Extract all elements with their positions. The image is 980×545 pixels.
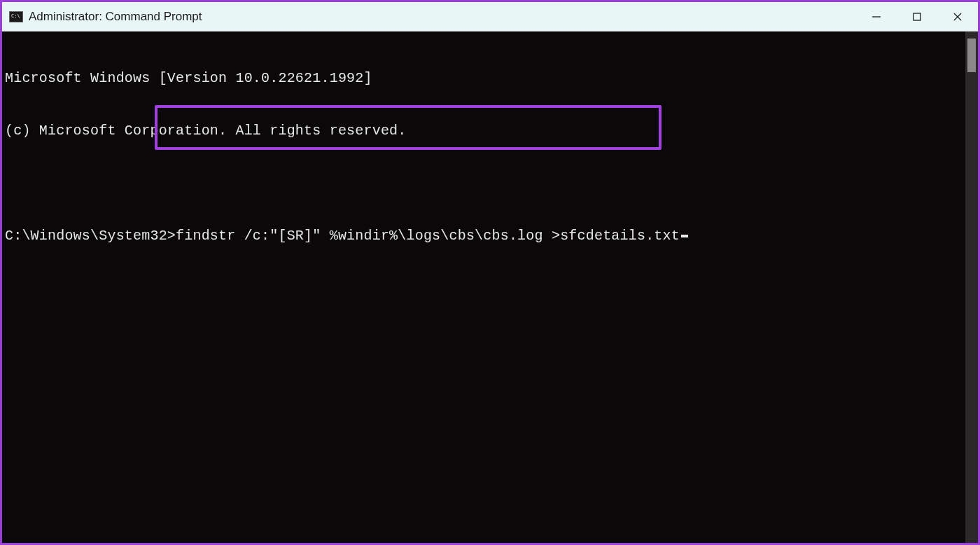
- titlebar[interactable]: Administrator: Command Prompt: [2, 2, 978, 32]
- cursor-icon: [681, 235, 688, 237]
- minimize-button[interactable]: [856, 2, 897, 31]
- prompt-text: C:\Windows\System32>: [5, 227, 176, 244]
- output-line: (c) Microsoft Corporation. All rights re…: [5, 122, 965, 139]
- blank-line: [5, 174, 965, 192]
- maximize-button[interactable]: [897, 2, 937, 31]
- window-title: Administrator: Command Prompt: [29, 10, 856, 24]
- scrollbar-thumb[interactable]: [967, 39, 976, 72]
- window-controls: [856, 2, 978, 31]
- output-line: Microsoft Windows [Version 10.0.22621.19…: [5, 69, 965, 87]
- svg-rect-1: [913, 13, 920, 20]
- vertical-scrollbar[interactable]: [965, 32, 978, 543]
- cmd-icon: [9, 11, 23, 22]
- terminal-output[interactable]: Microsoft Windows [Version 10.0.22621.19…: [2, 32, 965, 543]
- close-button[interactable]: [937, 2, 978, 31]
- console-area: Microsoft Windows [Version 10.0.22621.19…: [2, 32, 978, 543]
- prompt-line: C:\Windows\System32>findstr /c:"[SR]" %w…: [5, 227, 965, 244]
- command-input[interactable]: findstr /c:"[SR]" %windir%\logs\cbs\cbs.…: [176, 227, 680, 244]
- command-prompt-window: Administrator: Command Prompt Microsoft …: [0, 0, 980, 545]
